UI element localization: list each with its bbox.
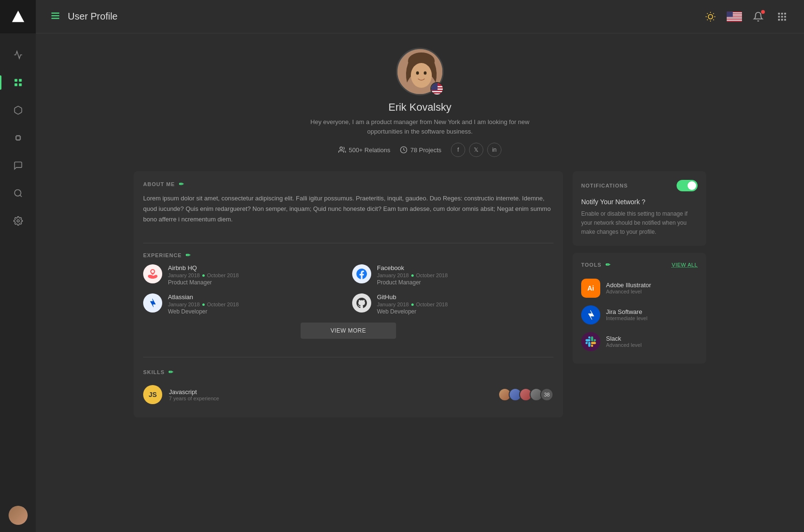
atlassian-details: Atlassian January 2018 October 2018 Web … xyxy=(168,293,345,315)
linkedin-link[interactable]: in xyxy=(487,143,501,157)
svg-rect-27 xyxy=(727,20,742,21)
language-flag[interactable] xyxy=(727,11,742,22)
date-dot xyxy=(411,303,414,306)
sidebar-item-dashboard[interactable] xyxy=(0,71,36,94)
illustrator-name: Adobe Illustrator xyxy=(606,282,651,289)
svg-line-7 xyxy=(20,195,21,197)
js-badge: JS xyxy=(143,385,162,404)
facebook-details: Facebook January 2018 October 2018 Produ… xyxy=(377,264,553,286)
tools-card: TOOLS ✏ VIEW ALL Ai Adobe Illustrator Ad… xyxy=(573,253,706,364)
facebook-link[interactable]: f xyxy=(451,143,465,157)
github-details: GitHub January 2018 October 2018 Web Dev… xyxy=(377,293,553,315)
svg-rect-46 xyxy=(431,91,444,92)
sidebar-item-cube[interactable] xyxy=(0,98,36,122)
view-more-button[interactable]: VIEW MORE xyxy=(301,323,396,339)
svg-rect-31 xyxy=(784,12,786,14)
airbnb-dates: January 2018 October 2018 xyxy=(168,272,345,278)
github-role: Web Developer xyxy=(377,308,553,315)
notify-network-title: Notify Your Network ? xyxy=(581,198,698,206)
chat-icon xyxy=(13,161,23,170)
github-dates: January 2018 October 2018 xyxy=(377,302,553,307)
airbnb-company: Airbnb HQ xyxy=(168,264,345,271)
about-text: Lorem ipsum dolor sit amet, consectetur … xyxy=(143,193,553,225)
endorser-count: 38 xyxy=(540,388,553,401)
notifications-header: NOTIFICATIONS xyxy=(581,180,698,191)
content-area: Erik Kovalsky Hey everyone, I am a produ… xyxy=(36,33,804,532)
sidebar-item-activity[interactable] xyxy=(0,43,36,67)
svg-line-19 xyxy=(707,19,708,20)
svg-rect-48 xyxy=(431,83,438,90)
skills-edit-icon[interactable]: ✏ xyxy=(168,369,174,376)
svg-rect-2 xyxy=(19,79,21,82)
jira-name: Jira Software xyxy=(606,308,647,315)
notifications-label: NOTIFICATIONS xyxy=(581,183,628,188)
svg-rect-29 xyxy=(778,12,780,14)
about-edit-icon[interactable]: ✏ xyxy=(179,181,184,188)
slack-info: Slack Advanced level xyxy=(606,335,642,348)
svg-point-6 xyxy=(14,190,21,196)
skills-section-header: SKILLS ✏ xyxy=(143,369,553,376)
jira-info: Jira Software Intermediate level xyxy=(606,308,647,321)
sidebar-item-settings[interactable] xyxy=(0,209,36,233)
notifications-toggle[interactable] xyxy=(677,180,698,191)
svg-rect-36 xyxy=(781,19,783,21)
experience-item-facebook: Facebook January 2018 October 2018 Produ… xyxy=(352,264,553,286)
airbnb-details: Airbnb HQ January 2018 October 2018 Prod… xyxy=(168,264,345,286)
relations-icon xyxy=(338,146,346,154)
profile-bio: Hey everyone, I am a product manager fro… xyxy=(301,117,539,136)
svg-rect-1 xyxy=(14,79,17,82)
atlassian-company: Atlassian xyxy=(168,293,345,301)
tool-item-illustrator: Ai Adobe Illustrator Advanced level xyxy=(581,275,698,302)
apps-grid-icon[interactable] xyxy=(774,9,790,24)
tools-view-all[interactable]: VIEW ALL xyxy=(672,262,698,268)
social-links: f 𝕏 in xyxy=(451,143,501,157)
activity-icon xyxy=(13,50,23,60)
experience-edit-icon[interactable]: ✏ xyxy=(186,252,191,259)
svg-point-42 xyxy=(424,72,427,75)
svg-point-8 xyxy=(17,220,19,222)
divider-experience-skills xyxy=(143,357,553,357)
tools-label: TOOLS ✏ xyxy=(581,261,611,268)
menu-icon[interactable] xyxy=(50,10,61,22)
settings-icon xyxy=(13,216,23,226)
chip-icon xyxy=(13,133,23,143)
svg-rect-47 xyxy=(431,94,444,94)
github-logo xyxy=(352,293,371,313)
svg-rect-5 xyxy=(16,136,20,140)
skills-label: SKILLS xyxy=(143,369,165,375)
divider-about-experience xyxy=(143,243,553,243)
logo-icon xyxy=(10,9,26,24)
slack-level: Advanced level xyxy=(606,342,642,348)
notifications-bell[interactable] xyxy=(751,9,766,24)
sidebar-item-chip[interactable] xyxy=(0,126,36,150)
svg-line-16 xyxy=(713,19,714,20)
relations-count: 500+ Relations xyxy=(338,146,390,154)
illustrator-logo: Ai xyxy=(581,279,600,298)
theme-toggle-icon[interactable] xyxy=(703,9,718,24)
jira-level: Intermediate level xyxy=(606,315,647,321)
notifications-card: NOTIFICATIONS Notify Your Network ? Enab… xyxy=(573,171,706,246)
github-company: GitHub xyxy=(377,293,553,301)
profile-name: Erik Kovalsky xyxy=(388,101,451,114)
notify-network-description: Enable or disable this setting to manage… xyxy=(581,209,698,237)
grid-icon xyxy=(13,78,23,87)
sidebar-logo[interactable] xyxy=(0,0,36,33)
svg-point-12 xyxy=(708,14,712,19)
skills-section: SKILLS ✏ JS Javascript 7 years of experi… xyxy=(143,369,553,408)
sidebar-item-chat[interactable] xyxy=(0,154,36,177)
atlassian-role: Web Developer xyxy=(168,308,345,315)
slack-logo xyxy=(581,332,600,351)
airbnb-logo xyxy=(143,264,162,283)
toggle-knob xyxy=(688,181,696,190)
facebook-dates: January 2018 October 2018 xyxy=(377,272,553,278)
experience-section: EXPERIENCE ✏ Airbnb HQ xyxy=(143,252,553,339)
svg-marker-0 xyxy=(12,10,24,22)
svg-point-49 xyxy=(340,147,342,149)
svg-rect-30 xyxy=(781,12,783,14)
twitter-link[interactable]: 𝕏 xyxy=(469,143,483,157)
sidebar-item-search[interactable] xyxy=(0,181,36,205)
date-dot xyxy=(411,274,414,277)
user-avatar-small[interactable] xyxy=(9,506,28,525)
experience-grid: Airbnb HQ January 2018 October 2018 Prod… xyxy=(143,264,553,315)
tools-edit-icon[interactable]: ✏ xyxy=(606,261,611,268)
